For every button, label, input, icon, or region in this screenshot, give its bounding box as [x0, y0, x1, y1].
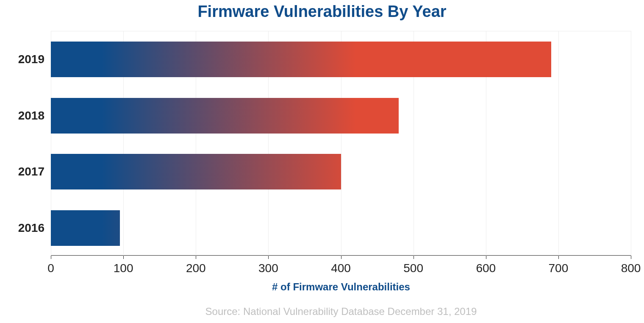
x-tick-label: 300 [258, 256, 278, 275]
y-category-label: 2017 [4, 165, 44, 178]
plot-area: 0100200300400500600700800201920182017201… [51, 31, 631, 256]
y-category-label: 2018 [4, 109, 44, 123]
x-tick-label: 700 [549, 256, 569, 275]
bar [51, 154, 341, 189]
bar [51, 98, 399, 134]
x-tick-label: 100 [114, 256, 133, 275]
page-title: Firmware Vulnerabilities By Year [0, 0, 644, 31]
x-tick-label: 400 [331, 256, 351, 275]
grid-line [631, 31, 631, 256]
x-tick-label: 600 [476, 256, 496, 275]
source-label: Source: National Vulnerability Database … [51, 306, 631, 317]
x-axis-label: # of Firmware Vulnerabilities [51, 281, 631, 293]
x-tick-label: 200 [186, 256, 206, 275]
chart: 0100200300400500600700800201920182017201… [51, 31, 631, 317]
y-category-label: 2016 [4, 221, 44, 235]
grid-line [558, 31, 559, 256]
x-tick-label: 500 [403, 256, 423, 275]
x-tick-label: 800 [621, 256, 641, 275]
y-category-label: 2019 [4, 53, 44, 66]
bar [51, 210, 120, 246]
bar [51, 42, 551, 77]
x-tick-label: 0 [47, 256, 54, 275]
